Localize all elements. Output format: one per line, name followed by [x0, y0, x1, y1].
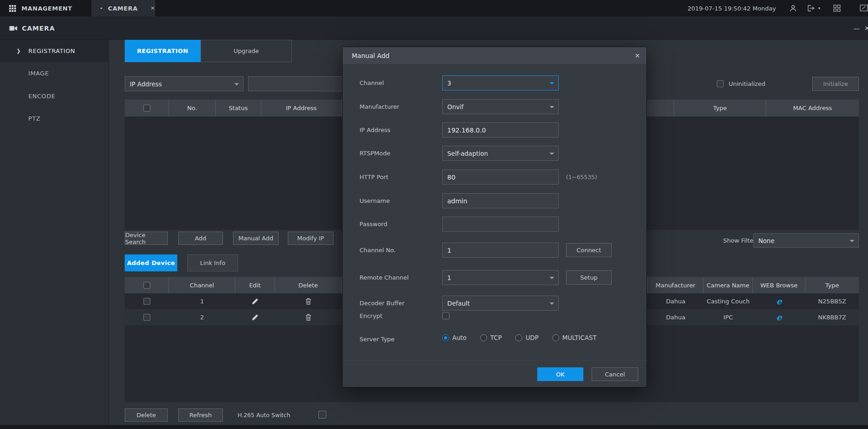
edit-button[interactable]	[235, 293, 275, 309]
show-filter-label: Show Filter	[723, 233, 756, 248]
device-search-label: Device Search	[125, 232, 167, 245]
radio-auto-label: Auto	[452, 334, 466, 341]
channel-cell: 1	[169, 293, 235, 309]
select-all-checkbox[interactable]	[143, 105, 150, 111]
remote-channel-label: Remote Channel	[360, 270, 409, 285]
edit-panel-icon[interactable]	[860, 5, 868, 11]
tab-registration-label: REGISTRATION	[137, 48, 188, 54]
radio-dot	[442, 334, 449, 341]
edit-button[interactable]	[235, 309, 275, 325]
add-label: Add	[195, 235, 206, 242]
checkbox-box[interactable]	[442, 312, 450, 319]
col-ip-address: IP Address	[261, 100, 342, 117]
search-type-dropdown[interactable]: IP Address	[125, 76, 243, 91]
row-checkbox-cell	[125, 293, 169, 309]
tab-upgrade[interactable]: Upgrade	[201, 40, 292, 62]
col-channel: Channel	[169, 277, 235, 293]
ip-address-field[interactable]	[442, 122, 559, 138]
ie-browser-icon[interactable]: e	[776, 297, 782, 306]
row-checkbox[interactable]	[143, 314, 150, 321]
radio-multicast[interactable]: MULTICAST	[552, 334, 597, 341]
tab-registration[interactable]: REGISTRATION	[125, 40, 201, 62]
radio-tcp[interactable]: TCP	[480, 334, 502, 341]
channel-grid-icon[interactable]	[833, 5, 841, 12]
sidebar-item-registration[interactable]: ❯ REGISTRATION	[0, 40, 109, 62]
checkbox-box[interactable]	[318, 411, 326, 418]
delete-button[interactable]: Delete	[125, 408, 168, 422]
tab-added-device[interactable]: Added Device	[125, 254, 177, 271]
refresh-button[interactable]: Refresh	[178, 408, 223, 422]
manufacturer-value: Onvif	[447, 103, 464, 111]
ie-browser-icon[interactable]: e	[776, 313, 782, 322]
initialize-button-label: Initialize	[823, 80, 848, 87]
tab-link-info[interactable]: Link Info	[187, 254, 238, 271]
manual-add-dialog: Manual Add ✕ Channel 3 Manufacturer Onvi…	[342, 47, 647, 387]
page-title: CAMERA	[22, 16, 55, 40]
user-icon[interactable]	[789, 5, 797, 12]
username-field[interactable]	[442, 193, 559, 208]
chevron-down-icon[interactable]: ▾	[818, 6, 820, 11]
modify-ip-label: Modify IP	[297, 235, 324, 242]
logout-icon[interactable]	[808, 5, 815, 11]
encrypt-checkbox[interactable]	[442, 312, 450, 321]
col-no: No.	[169, 100, 216, 117]
tab-camera-label: CAMERA	[108, 5, 138, 12]
radio-dot	[515, 334, 522, 341]
row-checkbox[interactable]	[143, 298, 150, 305]
rtsp-mode-value: Self-adaption	[447, 150, 488, 157]
dialog-close-icon[interactable]: ✕	[635, 47, 640, 64]
channel-no-field[interactable]	[442, 243, 559, 258]
h265-auto-switch-checkbox[interactable]	[318, 411, 326, 420]
close-window-icon[interactable]: ✕	[864, 16, 868, 40]
manual-add-button[interactable]: Manual Add	[233, 232, 279, 245]
checkbox-box[interactable]	[717, 80, 724, 87]
decoder-buffer-dropdown[interactable]: Default	[442, 296, 559, 311]
sidebar-item-label: IMAGE	[28, 70, 49, 77]
modify-ip-button[interactable]: Modify IP	[288, 232, 333, 245]
minimize-icon[interactable]: —	[853, 16, 860, 40]
datetime: 2019-07-15 19:50:42 Monday	[688, 0, 776, 16]
setup-button[interactable]: Setup	[566, 270, 612, 285]
connect-button[interactable]: Connect	[566, 243, 612, 257]
delete-button[interactable]	[275, 309, 342, 325]
http-port-field[interactable]	[442, 169, 559, 185]
password-field[interactable]	[442, 217, 559, 232]
col-mac-address: MAC Address	[766, 100, 859, 117]
show-filter-dropdown[interactable]: None	[753, 233, 859, 248]
col-type: Type	[674, 100, 766, 117]
tab-added-device-label: Added Device	[127, 260, 175, 266]
web-browse-cell: e	[753, 293, 805, 309]
delete-button[interactable]	[275, 293, 342, 309]
decoder-buffer-value: Default	[447, 300, 470, 307]
sidebar-item-ptz[interactable]: PTZ	[0, 107, 109, 130]
close-tab-icon[interactable]: ✕	[150, 5, 155, 11]
server-type-label: Server Type	[360, 332, 395, 347]
tab-management[interactable]: MANAGEMENT	[0, 0, 91, 16]
col-edit: Edit	[235, 277, 275, 293]
uninitialized-checkbox[interactable]	[717, 80, 724, 89]
radio-udp[interactable]: UDP	[515, 334, 538, 341]
select-all-checkbox[interactable]	[143, 282, 150, 289]
top-taskbar: MANAGEMENT CAMERA ✕ 2019-07-15 19:50:42 …	[0, 0, 868, 16]
manufacturer-dropdown[interactable]: Onvif	[442, 99, 559, 114]
remote-channel-value: 1	[447, 274, 451, 281]
http-port-hint: (1~65535)	[566, 169, 597, 185]
ip-address-label: IP Address	[360, 122, 391, 138]
ok-button[interactable]: OK	[537, 367, 583, 381]
sidebar-item-image[interactable]: IMAGE	[0, 62, 109, 85]
channel-dropdown[interactable]: 3	[442, 75, 559, 90]
sidebar-item-encode[interactable]: ENCODE	[0, 85, 109, 107]
add-button[interactable]: Add	[178, 232, 223, 245]
tab-management-label: MANAGEMENT	[21, 5, 72, 12]
radio-auto[interactable]: Auto	[442, 334, 466, 341]
device-search-button[interactable]: Device Search	[125, 232, 168, 245]
header-checkbox-cell	[125, 100, 169, 117]
window-bottom-edge	[0, 425, 868, 429]
rtsp-mode-dropdown[interactable]: Self-adaption	[442, 146, 559, 161]
remote-channel-dropdown[interactable]: 1	[442, 270, 559, 285]
window-titlebar: CAMERA — ✕	[0, 16, 868, 40]
cancel-button[interactable]: Cancel	[592, 367, 638, 381]
camera-icon	[9, 26, 18, 31]
initialize-button[interactable]: Initialize	[812, 77, 859, 91]
tab-camera[interactable]: CAMERA ✕	[91, 0, 156, 16]
